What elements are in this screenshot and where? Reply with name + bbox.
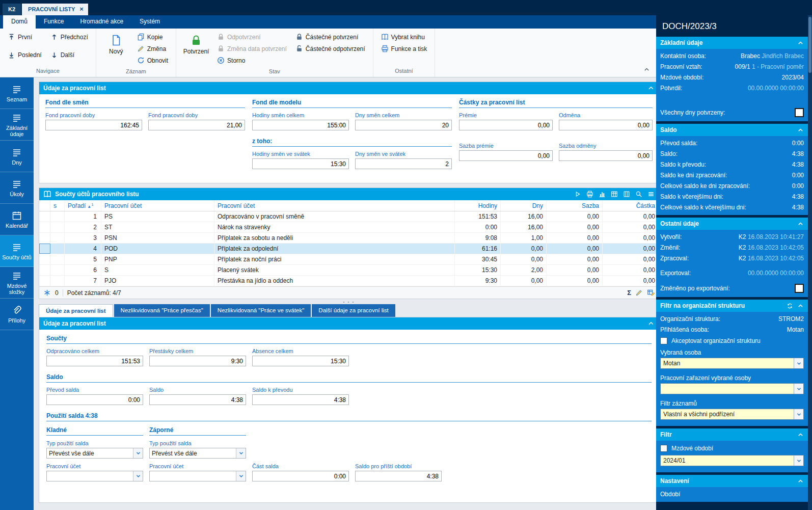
sidebar-item-dny[interactable]: Dny bbox=[0, 141, 34, 172]
ribbon-tab-funkce[interactable]: Funkce bbox=[36, 15, 72, 29]
tab-nezlikvidovana-prace-prescas[interactable]: Nezlikvidovaná "Práce přesčas" bbox=[114, 304, 210, 317]
collapse-section-icon[interactable] bbox=[797, 478, 804, 485]
column-header-s[interactable]: s bbox=[50, 200, 65, 211]
accept-org-structure-checkbox[interactable] bbox=[660, 337, 667, 344]
absence-celkem-field[interactable]: 15:30 bbox=[252, 356, 349, 366]
previous-button[interactable]: Předchozí bbox=[47, 31, 92, 43]
table-row[interactable]: 5PNPPříplatek za noční práci30:450,000,0… bbox=[39, 254, 659, 265]
column-header-poradi[interactable]: Pořadí▲1 bbox=[65, 200, 101, 211]
sidebar-item-ukoly[interactable]: Úkoly bbox=[0, 172, 34, 204]
collapse-section-icon[interactable] bbox=[797, 127, 804, 133]
dropdown-button[interactable] bbox=[794, 409, 803, 419]
pracovni-ucet-zaporne-combo[interactable] bbox=[149, 471, 246, 481]
column-header-sazba[interactable]: Sazba bbox=[547, 200, 603, 211]
cast-salda-field[interactable]: 0:00 bbox=[252, 471, 349, 481]
splitter-handle[interactable]: • • • bbox=[39, 299, 659, 304]
selected-person-combo[interactable]: Motan bbox=[660, 358, 804, 369]
change-confirm-date-button[interactable]: Změna data potvrzení bbox=[213, 43, 290, 55]
scrollbar[interactable] bbox=[808, 15, 812, 510]
select-book-button[interactable]: Vybrat knihu bbox=[377, 31, 431, 43]
prestavky-celkem-field[interactable]: 9:30 bbox=[149, 356, 246, 366]
collapse-section-icon[interactable] bbox=[797, 40, 804, 46]
sidebar-item-mzdove-slozky[interactable]: Mzdové složky bbox=[0, 267, 34, 299]
processed-timestamp-link[interactable]: 16.08.2023 10:42:05 bbox=[748, 255, 804, 262]
chart-icon[interactable] bbox=[599, 191, 606, 198]
table-row[interactable]: 2STNárok na stravenky0:0016,000,000,00 bbox=[39, 222, 659, 233]
saldo-field[interactable]: 4:38 bbox=[149, 394, 246, 405]
run-icon[interactable] bbox=[574, 191, 581, 198]
typ-pouziti-salda-kladne-combo[interactable]: Převést vše dále bbox=[46, 448, 143, 459]
table-row-selected[interactable]: 4PODPříplatek za odpolední61:160,000,000… bbox=[39, 244, 659, 254]
collapse-panel-icon[interactable] bbox=[647, 320, 655, 327]
dny-smen-ve-svatek-field[interactable]: 2 bbox=[355, 158, 452, 169]
sidebar-item-seznam[interactable]: Seznam bbox=[0, 77, 34, 109]
edit-table-icon[interactable] bbox=[647, 289, 655, 297]
copy-button[interactable]: Kopie bbox=[133, 31, 172, 43]
saldo-pristi-obdobi-field[interactable]: 4:38 bbox=[355, 471, 442, 481]
hodiny-smen-celkem-field[interactable]: 155:00 bbox=[252, 120, 349, 130]
created-timestamp-link[interactable]: 16.08.2023 10:41:27 bbox=[748, 233, 804, 240]
confirm-button[interactable]: Potvrzení bbox=[180, 31, 212, 58]
pivot-grid-icon[interactable] bbox=[611, 191, 618, 198]
odpracovano-celkem-field[interactable]: 151:53 bbox=[46, 356, 143, 366]
collapse-section-icon[interactable] bbox=[797, 303, 804, 309]
column-header-castka[interactable]: Částka bbox=[603, 200, 659, 211]
dropdown-button[interactable] bbox=[794, 455, 803, 466]
fond-pracovni-doby-hours-field[interactable]: 162:45 bbox=[45, 120, 142, 130]
cancel-button[interactable]: Storno bbox=[213, 55, 290, 66]
odmena-field[interactable]: 0,00 bbox=[559, 120, 653, 130]
tab-dalsi-udaje[interactable]: Další údaje za pracovní list bbox=[312, 304, 395, 317]
last-button[interactable]: Poslední bbox=[4, 49, 45, 61]
collapse-ribbon-icon[interactable] bbox=[643, 66, 650, 73]
sazba-premie-field[interactable]: 0,00 bbox=[459, 150, 553, 161]
functions-print-button[interactable]: Funkce a tisk bbox=[377, 43, 431, 55]
changed-after-export-checkbox[interactable] bbox=[795, 284, 804, 293]
sidebar-item-soucty-uctu[interactable]: Součty účtů bbox=[0, 235, 34, 267]
pracovni-ucet-kladne-combo[interactable] bbox=[46, 471, 143, 481]
document-tab[interactable]: PRACOVNÍ LISTY × bbox=[22, 4, 88, 15]
columns-icon[interactable] bbox=[623, 191, 630, 198]
ribbon-tab-system[interactable]: Systém bbox=[131, 15, 168, 29]
sidebar-item-kalendar[interactable]: Kalendář bbox=[0, 204, 34, 235]
column-header-hodiny[interactable]: Hodiny bbox=[455, 200, 501, 211]
work-relation-link[interactable]: 1 - Pracovní poměr bbox=[752, 63, 804, 70]
table-row[interactable]: 3PSNPříplatek za sobotu a neděli9:081,00… bbox=[39, 233, 659, 244]
ribbon-tab-domu[interactable]: Domů bbox=[3, 15, 36, 29]
tab-udaje-za-pracovni-list[interactable]: Údaje za pracovní list bbox=[39, 304, 113, 317]
sazba-odmeny-field[interactable]: 0,00 bbox=[559, 150, 653, 161]
refresh-button[interactable]: Obnovit bbox=[133, 55, 172, 66]
typ-pouziti-salda-zaporne-combo[interactable]: Převést vše dále bbox=[149, 448, 246, 459]
fond-pracovni-doby-days-field[interactable]: 21,00 bbox=[148, 120, 245, 130]
menu-icon[interactable] bbox=[647, 191, 655, 198]
partial-confirm-button[interactable]: Částečné potvrzení bbox=[292, 31, 369, 43]
column-header-pracovni-ucet-nazev[interactable]: Pracovní účet bbox=[214, 200, 455, 211]
scrollbar-thumb[interactable] bbox=[808, 17, 811, 73]
change-button[interactable]: Změna bbox=[133, 43, 172, 55]
contact-person-link[interactable]: Jindřich Brabec bbox=[762, 52, 804, 60]
ribbon-tab-hromadne-akce[interactable]: Hromadné akce bbox=[72, 15, 131, 29]
dropdown-button[interactable] bbox=[133, 448, 143, 458]
next-button[interactable]: Další bbox=[47, 49, 92, 61]
records-filter-combo[interactable]: Vlastní a všichni podřízení bbox=[660, 409, 804, 420]
new-button[interactable]: Nový bbox=[100, 31, 132, 58]
close-tab-icon[interactable]: × bbox=[79, 7, 84, 12]
table-row[interactable]: 6SPlacený svátek15:302,000,000,00 bbox=[39, 265, 659, 276]
collapse-panel-icon[interactable] bbox=[647, 85, 655, 92]
k2-logo-tab[interactable]: K2 bbox=[3, 4, 21, 15]
first-button[interactable]: První bbox=[4, 31, 45, 43]
dropdown-button[interactable] bbox=[794, 384, 803, 394]
wage-period-combo[interactable]: 2024/01 bbox=[660, 455, 804, 466]
all-days-confirmed-checkbox[interactable] bbox=[795, 108, 804, 117]
column-header-dny[interactable]: Dny bbox=[501, 200, 547, 211]
dny-smen-celkem-field[interactable]: 20 bbox=[355, 120, 452, 130]
sum-icon[interactable]: Σ bbox=[627, 289, 631, 297]
changed-timestamp-link[interactable]: 16.08.2023 10:42:05 bbox=[748, 244, 804, 251]
filter-asterisk-icon[interactable] bbox=[43, 289, 51, 297]
saldo-k-prevodu-field[interactable]: 4:38 bbox=[252, 394, 349, 405]
collapse-section-icon[interactable] bbox=[797, 221, 804, 227]
hodiny-smen-ve-svatek-field[interactable]: 15:30 bbox=[252, 158, 349, 169]
search-settings-icon[interactable] bbox=[635, 191, 642, 198]
collapse-section-icon[interactable] bbox=[797, 432, 804, 438]
column-header-pracovni-ucet[interactable]: Pracovní účet bbox=[101, 200, 214, 211]
unconfirm-button[interactable]: Odpotvrzení bbox=[213, 31, 290, 43]
